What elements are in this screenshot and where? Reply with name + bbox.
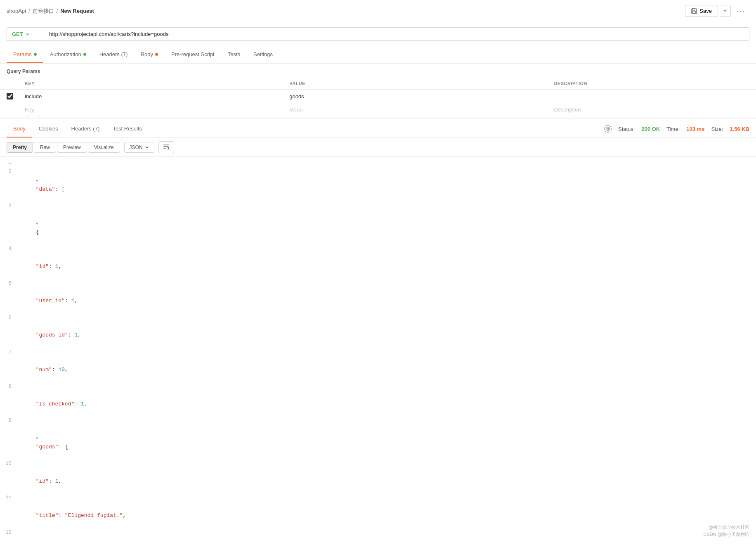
- section-divider: [0, 118, 756, 118]
- method-selector[interactable]: GET: [7, 27, 44, 41]
- fold-icon[interactable]: ▼: [36, 178, 42, 185]
- save-icon: [691, 8, 697, 14]
- param-value-cell[interactable]: goods: [284, 90, 549, 103]
- save-button[interactable]: Save: [685, 5, 718, 17]
- tab-body[interactable]: Body: [134, 46, 165, 63]
- query-params-section: Query Params KEY VALUE DESCRIPTION inclu…: [0, 64, 756, 116]
- breadcrumb-part1[interactable]: shopApi: [7, 8, 26, 14]
- fold-icon[interactable]: ▼: [36, 436, 42, 442]
- json-line-11: 11 "title": "Eligendi fugiat.",: [0, 494, 756, 528]
- line-content: "is_checked": 1,: [17, 383, 754, 417]
- watermark-line1: @稀土掘金技术社区: [704, 524, 749, 531]
- param-desc-cell[interactable]: [549, 90, 756, 103]
- json-key: "title": [36, 512, 59, 519]
- row-checkbox-cell: [5, 93, 15, 100]
- col-value-header: VALUE: [284, 78, 549, 90]
- row-checkbox[interactable]: [7, 93, 13, 100]
- tab-headers[interactable]: Headers (7): [93, 46, 135, 63]
- tab-authorization-label: Authorization: [50, 51, 81, 57]
- watermark-line2: CSDN @陈小天奥利给: [704, 531, 749, 538]
- table-row-placeholder: Key Value Description: [0, 103, 756, 116]
- response-tab-test-results[interactable]: Test Results: [106, 121, 149, 137]
- save-dropdown-button[interactable]: [720, 5, 731, 17]
- line-content: "category_id": 25,: [17, 529, 754, 545]
- json-key: "data": [36, 186, 55, 192]
- request-tabs: Params Authorization Headers (7) Body Pr…: [0, 46, 756, 64]
- line-num: 7: [2, 348, 17, 356]
- response-tab-cookies-label: Cookies: [39, 126, 58, 132]
- chevron-down-icon: [723, 9, 727, 13]
- json-viewer: — 2 ▼ "data": [ 3 ▼ { 4 "id": 1, 5: [0, 157, 756, 545]
- time-label: Time:: [666, 126, 680, 132]
- format-tabs-row: Pretty Raw Preview Visualize JSON: [0, 138, 756, 157]
- tab-authorization[interactable]: Authorization: [43, 46, 93, 63]
- json-line-10: 10 "id": 1,: [0, 460, 756, 494]
- json-line-1: —: [0, 160, 756, 168]
- json-key: "user_id": [36, 298, 65, 304]
- line-num: 2: [2, 168, 17, 176]
- save-label: Save: [699, 8, 712, 14]
- json-line-7: 7 "num": 10,: [0, 348, 756, 383]
- json-line-3: 3 ▼ {: [0, 202, 756, 245]
- line-num: 11: [2, 494, 17, 502]
- json-line-9: 9 ▼ "goods": {: [0, 417, 756, 460]
- url-bar: GET: [0, 22, 756, 46]
- breadcrumb-part2[interactable]: 前台接口: [33, 7, 54, 15]
- response-tab-test-results-label: Test Results: [113, 126, 142, 132]
- col-key-header: KEY: [20, 78, 284, 90]
- method-chevron-icon: [26, 32, 30, 36]
- format-tab-preview[interactable]: Preview: [57, 142, 87, 153]
- json-key: "goods": [36, 444, 59, 450]
- status-value: 200 OK: [641, 126, 660, 132]
- url-input[interactable]: [44, 27, 749, 41]
- watermark: @稀土掘金技术社区 CSDN @陈小天奥利给: [704, 524, 749, 538]
- globe-svg: [605, 126, 610, 131]
- desc-placeholder[interactable]: Description: [554, 107, 581, 113]
- breadcrumb-sep1: /: [28, 8, 30, 14]
- format-tab-raw[interactable]: Raw: [34, 142, 56, 153]
- line-content: "num": 10,: [17, 348, 754, 383]
- size-label: Size:: [711, 126, 723, 132]
- json-format-dropdown[interactable]: JSON: [124, 142, 154, 153]
- tab-body-label: Body: [141, 51, 153, 57]
- more-options-button[interactable]: ···: [732, 4, 749, 18]
- response-tabs-left: Body Cookies Headers (7) Test Results: [7, 121, 149, 137]
- tab-settings-label: Settings: [253, 51, 273, 57]
- line-num: 3: [2, 202, 17, 210]
- word-wrap-button[interactable]: [158, 141, 174, 153]
- globe-icon[interactable]: [604, 125, 612, 133]
- json-line-12: 12 "category_id": 25,: [0, 529, 756, 545]
- json-key: "id": [36, 478, 49, 484]
- key-placeholder[interactable]: Key: [25, 107, 34, 113]
- json-line-2: 2 ▼ "data": [: [0, 168, 756, 202]
- line-content: "id": 1,: [17, 245, 754, 280]
- size-value: 1.56 KB: [730, 126, 749, 132]
- line-content: ▼ {: [17, 202, 754, 245]
- line-num: 6: [2, 314, 17, 322]
- format-tab-visualize[interactable]: Visualize: [88, 142, 120, 153]
- value-placeholder[interactable]: Value: [289, 107, 302, 113]
- table-row: include goods: [0, 90, 756, 103]
- tab-settings[interactable]: Settings: [247, 46, 279, 63]
- param-key-cell[interactable]: include: [20, 90, 284, 103]
- authorization-dot: [83, 53, 86, 56]
- format-tab-pretty[interactable]: Pretty: [7, 142, 33, 153]
- tab-pre-request[interactable]: Pre-request Script: [165, 46, 221, 63]
- time-value: 103 ms: [686, 126, 704, 132]
- line-num: 9: [2, 417, 17, 425]
- col-check-header: [0, 78, 20, 90]
- response-meta: Status: 200 OK Time: 103 ms Size: 1.56 K…: [604, 120, 749, 137]
- response-tab-headers[interactable]: Headers (7): [65, 121, 106, 137]
- json-line-5: 5 "user_id": 1,: [0, 280, 756, 314]
- tab-headers-label: Headers (7): [99, 51, 128, 57]
- wrap-icon: [163, 144, 170, 149]
- params-dot: [34, 53, 37, 56]
- response-tab-cookies[interactable]: Cookies: [32, 121, 65, 137]
- tab-tests-label: Tests: [228, 51, 240, 57]
- fold-icon[interactable]: ▼: [36, 221, 42, 227]
- line-content: "goods_id": 1,: [17, 314, 754, 348]
- tab-tests[interactable]: Tests: [221, 46, 247, 63]
- tab-params[interactable]: Params: [7, 46, 43, 63]
- status-label: Status:: [618, 126, 635, 132]
- response-tab-body[interactable]: Body: [7, 121, 32, 137]
